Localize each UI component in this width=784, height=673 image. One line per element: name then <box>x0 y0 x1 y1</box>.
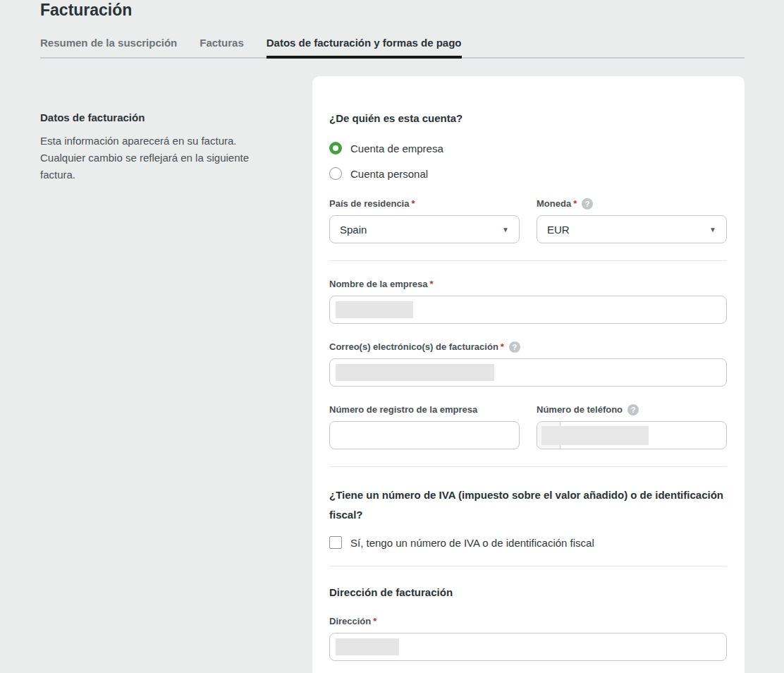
currency-select[interactable]: EUR ▼ <box>537 215 727 243</box>
address-field: Dirección * <box>329 616 727 661</box>
billing-page: Facturación Resumen de la suscripción Fa… <box>0 0 784 673</box>
radio-unselected-icon[interactable] <box>329 167 342 180</box>
account-owner-question: ¿De quién es esta cuenta? <box>329 109 727 128</box>
currency-select-value: EUR <box>547 224 570 236</box>
content-area: Datos de facturación Esta información ap… <box>40 76 745 673</box>
address-input[interactable] <box>329 633 727 661</box>
billing-email-field: Correo(s) electrónico(s) de facturación … <box>329 341 727 387</box>
country-select-value: Spain <box>340 224 367 236</box>
country-label: País de residencia * <box>329 198 520 210</box>
billing-email-input[interactable] <box>329 358 727 387</box>
company-registration-label: Número de registro de la empresa <box>329 404 520 416</box>
company-name-label: Nombre de la empresa * <box>329 279 727 290</box>
radio-label: Cuenta de empresa <box>350 143 443 154</box>
radio-selected-icon[interactable] <box>329 142 342 154</box>
sidebar-description: Esta información aparecerá en su factura… <box>40 133 267 183</box>
tab-invoices[interactable]: Facturas <box>200 37 244 57</box>
tab-bar: Resumen de la suscripción Facturas Datos… <box>40 37 745 59</box>
vat-question: ¿Tiene un número de IVA (impuesto sobre … <box>329 485 727 525</box>
company-registration-field: Número de registro de la empresa <box>329 404 520 449</box>
currency-field: Moneda * ? EUR ▼ <box>537 198 727 243</box>
address-label: Dirección * <box>329 616 727 627</box>
radio-company-account[interactable]: Cuenta de empresa <box>329 141 727 155</box>
chevron-down-icon: ▼ <box>709 226 716 234</box>
phone-input[interactable] <box>537 421 727 449</box>
divider <box>329 566 727 566</box>
billing-details-card: ¿De quién es esta cuenta? Cuenta de empr… <box>312 76 745 673</box>
required-asterisk: * <box>501 341 504 353</box>
checkbox-unchecked-icon[interactable] <box>329 536 342 549</box>
required-asterisk: * <box>411 198 415 210</box>
radio-personal-account[interactable]: Cuenta personal <box>329 166 727 181</box>
help-icon[interactable]: ? <box>582 198 593 210</box>
country-select[interactable]: Spain ▼ <box>329 215 520 243</box>
redacted-value <box>336 364 494 381</box>
phone-label: Número de teléfono ? <box>537 404 727 416</box>
chevron-down-icon: ▼ <box>502 226 509 234</box>
company-registration-input[interactable] <box>329 421 520 449</box>
currency-label: Moneda * ? <box>537 198 727 210</box>
company-name-field: Nombre de la empresa * <box>329 279 727 324</box>
sidebar-heading: Datos de facturación <box>40 111 278 123</box>
redacted-value <box>336 301 413 318</box>
tab-label: Facturas <box>200 37 244 49</box>
tab-billing-details[interactable]: Datos de facturación y formas de pago <box>267 37 462 57</box>
redacted-value <box>336 638 399 655</box>
help-icon[interactable]: ? <box>509 341 520 353</box>
billing-email-label: Correo(s) electrónico(s) de facturación … <box>329 341 727 353</box>
required-asterisk: * <box>373 616 376 627</box>
radio-label: Cuenta personal <box>350 168 428 180</box>
divider <box>329 466 727 467</box>
tab-label: Datos de facturación y formas de pago <box>267 37 462 49</box>
required-asterisk: * <box>429 279 433 290</box>
tab-label: Resumen de la suscripción <box>40 37 177 49</box>
billing-address-heading: Dirección de facturación <box>329 586 727 598</box>
help-icon[interactable]: ? <box>627 404 639 416</box>
divider <box>329 260 727 261</box>
section-description-column: Datos de facturación Esta información ap… <box>40 76 312 183</box>
vat-checkbox-label: Sí, tengo un número de IVA o de identifi… <box>350 537 594 549</box>
required-asterisk: * <box>573 198 577 210</box>
tab-subscription-overview[interactable]: Resumen de la suscripción <box>40 37 177 57</box>
vat-checkbox-row[interactable]: Sí, tengo un número de IVA o de identifi… <box>329 536 727 549</box>
company-name-input[interactable] <box>329 296 727 324</box>
phone-field: Número de teléfono ? <box>537 404 727 449</box>
country-field: País de residencia * Spain ▼ <box>329 198 520 243</box>
redacted-value <box>541 426 649 445</box>
page-title: Facturación <box>40 0 745 19</box>
